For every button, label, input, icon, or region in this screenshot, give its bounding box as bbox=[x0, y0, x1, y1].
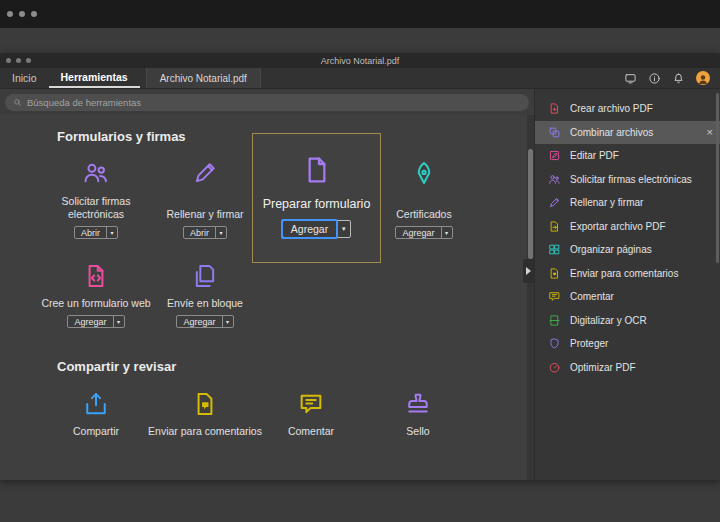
chevron-right-icon bbox=[526, 267, 531, 275]
sidebar-item-label: Comentar bbox=[570, 291, 614, 302]
help-icon[interactable] bbox=[648, 72, 661, 85]
tool-card-certificados[interactable]: Certificados Agregar ▾ bbox=[372, 159, 476, 239]
tool-card-label: Certificados bbox=[396, 193, 451, 221]
section-title-compartir: Compartir y revisar bbox=[57, 359, 176, 374]
dropdown-caret-icon[interactable]: ▾ bbox=[336, 221, 350, 237]
close-icon[interactable]: × bbox=[707, 127, 713, 138]
dropdown-caret-icon[interactable]: ▾ bbox=[106, 227, 117, 238]
dropdown-caret-icon[interactable]: ▾ bbox=[113, 316, 124, 327]
tool-card-preparar-formulario[interactable]: Preparar formulario Agregar ▾ bbox=[252, 133, 381, 263]
sidebar-item-organizar-paginas[interactable]: Organizar páginas bbox=[535, 238, 720, 262]
sidebar-item-label: Proteger bbox=[570, 338, 608, 349]
close-window-button[interactable] bbox=[7, 11, 13, 17]
sidebar-item-crear-archivo-pdf[interactable]: Crear archivo PDF bbox=[535, 97, 720, 121]
bell-icon[interactable] bbox=[672, 72, 685, 85]
combine-files-icon bbox=[548, 126, 561, 139]
bulk-send-icon bbox=[191, 262, 219, 290]
titlebar-actions bbox=[624, 68, 720, 88]
tab-herramientas[interactable]: Herramientas bbox=[49, 68, 140, 88]
tool-card-comentar[interactable]: Comentar bbox=[259, 390, 363, 438]
app-window-controls[interactable] bbox=[6, 58, 31, 63]
search-box[interactable] bbox=[5, 94, 529, 111]
dropdown-caret-icon[interactable]: ▾ bbox=[222, 316, 233, 327]
tool-card-label: Solicitar firmas electrónicas bbox=[44, 193, 148, 221]
sidebar-item-combinar-archivos[interactable]: Combinar archivos × bbox=[535, 121, 720, 145]
zoom-window-button[interactable] bbox=[31, 11, 37, 17]
abrir-button[interactable]: Abrir ▾ bbox=[183, 226, 227, 239]
main-column: Formularios y firmas Solicitar firmas el… bbox=[0, 89, 534, 480]
sidebar-item-editar-pdf[interactable]: Editar PDF bbox=[535, 144, 720, 168]
organize-pages-icon bbox=[548, 243, 561, 256]
button-label[interactable]: Agregar bbox=[68, 316, 112, 327]
tab-inicio[interactable]: Inicio bbox=[0, 68, 49, 88]
protect-shield-icon bbox=[548, 337, 561, 350]
share-screen-icon[interactable] bbox=[624, 72, 637, 85]
agregar-button-focused[interactable]: Agregar ▾ bbox=[282, 220, 351, 238]
web-form-icon bbox=[82, 262, 110, 290]
window-title: Archivo Notarial.pdf bbox=[321, 56, 400, 66]
sidebar-item-digitalizar-ocr[interactable]: Digitalizar y OCR bbox=[535, 309, 720, 333]
sidebar-scrollbar-thumb[interactable] bbox=[716, 93, 719, 263]
workspace: Formularios y firmas Solicitar firmas el… bbox=[0, 89, 720, 480]
export-pdf-icon bbox=[548, 220, 561, 233]
search-row bbox=[0, 89, 534, 115]
tab-bar: Inicio Herramientas Archivo Notarial.pdf bbox=[0, 68, 720, 89]
tool-card-formulario-web[interactable]: Cree un formulario web Agregar ▾ bbox=[34, 262, 158, 328]
sidebar-item-label: Optimizar PDF bbox=[570, 362, 636, 373]
sidebar-item-optimizar-pdf[interactable]: Optimizar PDF bbox=[535, 356, 720, 380]
dropdown-caret-icon[interactable]: ▾ bbox=[441, 227, 452, 238]
tool-card-enviar-comentarios[interactable]: Enviar para comentarios bbox=[143, 390, 267, 438]
avatar[interactable] bbox=[696, 71, 710, 85]
tool-card-rellenar-firmar[interactable]: Rellenar y firmar Abrir ▾ bbox=[153, 159, 257, 239]
sidebar-item-comentar[interactable]: Comentar bbox=[535, 285, 720, 309]
window-controls[interactable] bbox=[7, 11, 37, 17]
agregar-button[interactable]: Agregar ▾ bbox=[67, 315, 124, 328]
dropdown-caret-icon[interactable]: ▾ bbox=[215, 227, 226, 238]
sidebar-item-proteger[interactable]: Proteger bbox=[535, 332, 720, 356]
button-label[interactable]: Agregar bbox=[177, 316, 221, 327]
agregar-button[interactable]: Agregar ▾ bbox=[176, 315, 233, 328]
minimize-window-button[interactable] bbox=[16, 58, 21, 63]
button-label[interactable]: Agregar bbox=[396, 227, 440, 238]
scrollbar-thumb[interactable] bbox=[528, 149, 533, 259]
sidebar-item-label: Exportar archivo PDF bbox=[570, 221, 666, 232]
section-title-formularios: Formularios y firmas bbox=[57, 129, 186, 144]
tool-card-label: Comentar bbox=[288, 424, 334, 438]
sidebar-item-label: Digitalizar y OCR bbox=[570, 315, 647, 326]
tool-card-compartir[interactable]: Compartir bbox=[44, 390, 148, 438]
tool-card-envie-en-bloque[interactable]: Envíe en bloque Agregar ▾ bbox=[145, 262, 265, 328]
sidebar-item-label: Enviar para comentarios bbox=[570, 268, 678, 279]
minimize-window-button[interactable] bbox=[19, 11, 25, 17]
tool-card-label: Preparar formulario bbox=[263, 197, 371, 211]
create-pdf-icon bbox=[548, 102, 561, 115]
sidebar-item-label: Organizar páginas bbox=[570, 244, 652, 255]
content-scrollbar[interactable] bbox=[527, 115, 534, 480]
tab-document[interactable]: Archivo Notarial.pdf bbox=[146, 68, 261, 88]
button-label[interactable]: Abrir bbox=[75, 227, 106, 238]
tool-card-label: Cree un formulario web bbox=[41, 296, 150, 310]
close-window-button[interactable] bbox=[6, 58, 11, 63]
button-label[interactable]: Abrir bbox=[184, 227, 215, 238]
search-input[interactable] bbox=[27, 97, 521, 108]
sidebar-item-rellenar-firmar[interactable]: Rellenar y firmar bbox=[535, 191, 720, 215]
certificates-icon bbox=[410, 159, 438, 187]
optimize-pdf-icon bbox=[548, 361, 561, 374]
share-icon bbox=[82, 390, 110, 418]
button-label[interactable]: Agregar bbox=[283, 221, 336, 237]
sidebar-item-label: Solicitar firmas electrónicas bbox=[570, 174, 692, 185]
request-signatures-icon bbox=[548, 173, 561, 186]
panel-collapse-handle[interactable] bbox=[523, 259, 534, 283]
sidebar-item-solicitar-firmas[interactable]: Solicitar firmas electrónicas bbox=[535, 168, 720, 192]
tool-card-solicitar-firmas[interactable]: Solicitar firmas electrónicas Abrir ▾ bbox=[44, 159, 148, 239]
sidebar-item-label: Rellenar y firmar bbox=[570, 197, 643, 208]
tools-content: Formularios y firmas Solicitar firmas el… bbox=[0, 115, 534, 480]
sidebar-item-exportar-pdf[interactable]: Exportar archivo PDF bbox=[535, 215, 720, 239]
sidebar-item-enviar-comentarios[interactable]: Enviar para comentarios bbox=[535, 262, 720, 286]
zoom-window-button[interactable] bbox=[26, 58, 31, 63]
tool-card-label: Enviar para comentarios bbox=[148, 424, 262, 438]
abrir-button[interactable]: Abrir ▾ bbox=[74, 226, 118, 239]
tool-card-sello[interactable]: Sello bbox=[366, 390, 470, 438]
agregar-button[interactable]: Agregar ▾ bbox=[395, 226, 452, 239]
search-icon bbox=[13, 98, 22, 107]
sidebar-item-label: Combinar archivos bbox=[570, 127, 653, 138]
